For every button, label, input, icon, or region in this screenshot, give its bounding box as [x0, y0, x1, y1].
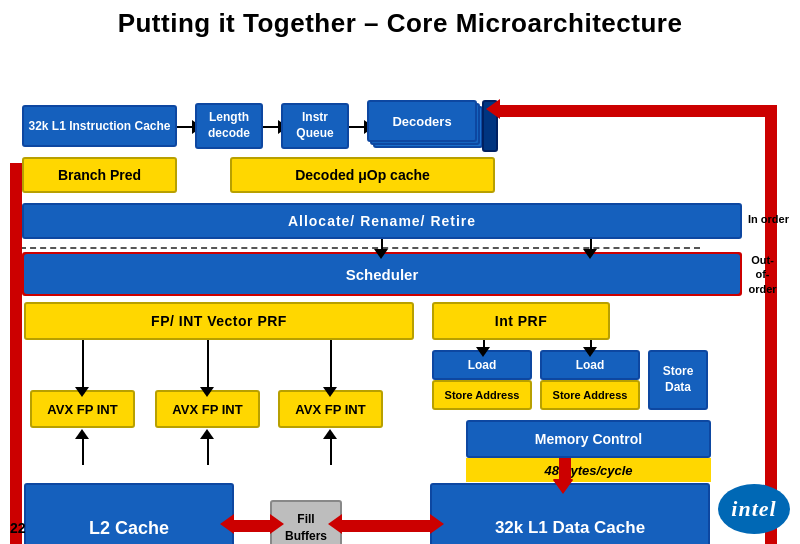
branch-pred: Branch Pred	[22, 157, 177, 193]
red-arrow-right-head-2	[430, 514, 444, 534]
length-decode: Length decode	[195, 103, 263, 149]
arrow-fprf-avx1-v	[82, 340, 84, 390]
red-double-arrow-h2	[342, 520, 430, 532]
red-arrow-left-head-2	[328, 514, 342, 534]
arrow-alloc-scheduler-head2	[583, 249, 597, 259]
arrow-avx2-up-head	[200, 429, 214, 439]
bytes-cycle-label: 48 bytes/cycle	[466, 458, 711, 482]
instr-queue: Instr Queue	[281, 103, 349, 149]
arrow-fprf-avx3-v	[330, 340, 332, 390]
dashed-separator	[20, 247, 700, 249]
red-arrow-head-top	[486, 99, 500, 119]
arrow-fprf-avx2-head	[200, 387, 214, 397]
arrow-avx3-up-head	[323, 429, 337, 439]
arrow-avx2-up-v	[207, 435, 209, 465]
arrow-allocate-scheduler-head	[374, 249, 388, 259]
store-data: Store Data	[648, 350, 708, 410]
arrow-intprf-load1-head	[476, 347, 490, 357]
arrow-fprf-avx2-v	[207, 340, 209, 390]
arrow-fprf-avx1-head	[75, 387, 89, 397]
red-double-arrow-h1	[234, 520, 270, 532]
arrow-avx3-up-v	[330, 435, 332, 465]
decoders: Decoders	[367, 100, 487, 152]
fp-int-vector-prf: FP/ INT Vector PRF	[24, 302, 414, 340]
l1-instruction-cache: 32k L1 Instruction Cache	[22, 105, 177, 147]
slide-number: 22	[10, 520, 26, 536]
allocate-rename-retire: Allocate/ Rename/ Retire	[22, 203, 742, 239]
red-arrow-right-head-1	[270, 514, 284, 534]
arrow-fprf-avx3-head	[323, 387, 337, 397]
decoded-uop-cache: Decoded μOp cache	[230, 157, 495, 193]
red-arrow-top-h	[499, 105, 765, 117]
store-address-1: Store Address	[432, 380, 532, 410]
red-arrow-left-head-1	[220, 514, 234, 534]
intel-logo: intel	[718, 484, 790, 534]
store-address-2: Store Address	[540, 380, 640, 410]
arrow-intprf-load2-head	[583, 347, 597, 357]
l2-cache: L2 Cache	[24, 483, 234, 544]
red-left-rail	[10, 163, 22, 544]
page-title: Putting it Together – Core Microarchitec…	[0, 0, 800, 45]
memory-control: Memory Control	[466, 420, 711, 458]
in-order-label: In order	[748, 213, 789, 225]
out-of-order-label: Out- of- order	[735, 253, 790, 296]
red-memctrl-down-head	[553, 480, 573, 494]
arrow-avx1-up-v	[82, 435, 84, 465]
arrow-avx1-up-head	[75, 429, 89, 439]
int-prf: Int PRF	[432, 302, 610, 340]
scheduler: Scheduler	[24, 254, 740, 294]
